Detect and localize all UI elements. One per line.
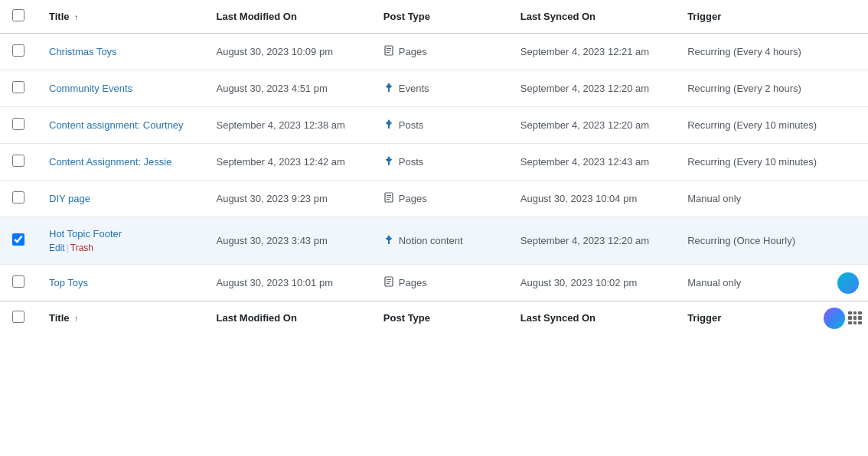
row-modified-cell: September 4, 2023 12:42 am (204, 144, 370, 181)
row-title-cell: Top Toys (37, 265, 204, 301)
title-link-diy-page[interactable]: DIY page (49, 193, 90, 204)
row-modified-cell: August 30, 2023 10:01 pm (204, 265, 370, 301)
sort-icon: ↑ (74, 13, 78, 21)
row-action-edit-hot-topic-footer[interactable]: Edit (49, 243, 65, 253)
footer-trigger: Trigger (675, 301, 868, 335)
row-modified-cell: August 30, 2023 3:43 pm (204, 217, 370, 265)
footer-sort-icon: ↑ (74, 314, 78, 323)
table-row: Top ToysAugust 30, 2023 10:01 pmPagesAug… (0, 265, 868, 301)
header-modified: Last Modified On (204, 0, 370, 34)
post-type-label: Notion content (399, 235, 463, 246)
row-posttype-cell: Pages (371, 265, 508, 301)
post-type-label: Pages (399, 46, 427, 57)
row-checkbox-content-assignment-jessie[interactable] (12, 155, 24, 167)
title-link-content-assignment-jessie[interactable]: Content Assignment: Jessie (49, 156, 171, 168)
footer-title[interactable]: Title ↑ (37, 301, 204, 335)
row-trigger-cell: Recurring (Every 4 hours) (675, 34, 868, 70)
row-title-cell: Christmas Toys (37, 34, 204, 70)
row-title-cell: DIY page (37, 181, 204, 217)
row-posttype-cell: Posts (371, 107, 508, 144)
table-header-row: Title ↑ Last Modified On Post Type Last … (0, 0, 868, 34)
pages-icon (383, 192, 394, 205)
row-synced-cell: September 4, 2023 12:21 am (508, 34, 675, 70)
row-title-cell: Hot Topic FooterEdit|Trash (37, 217, 204, 265)
pages-icon (383, 45, 394, 58)
pin-icon (383, 82, 394, 95)
row-trigger-cell: Manual only (675, 181, 868, 217)
row-actions: Edit|Trash (49, 243, 191, 253)
row-checkbox-cell (0, 70, 37, 107)
title-link-hot-topic-footer[interactable]: Hot Topic Footer (49, 228, 122, 239)
row-checkbox-cell (0, 107, 37, 144)
row-synced-cell: August 30, 2023 10:04 pm (508, 181, 675, 217)
table-row: DIY pageAugust 30, 2023 9:23 pmPagesAugu… (0, 181, 868, 217)
notion-circle-icon[interactable] (824, 308, 845, 329)
row-modified-cell: September 4, 2023 12:38 am (204, 107, 370, 144)
title-link-top-toys[interactable]: Top Toys (49, 277, 88, 288)
row-checkbox-cell (0, 181, 37, 217)
header-posttype: Post Type (371, 0, 508, 34)
row-checkbox-cell (0, 144, 37, 181)
row-checkbox-cell (0, 34, 37, 70)
post-type-label: Posts (399, 119, 424, 131)
row-checkbox-christmas-toys[interactable] (12, 44, 24, 57)
post-type-label: Posts (399, 156, 424, 168)
row-checkbox-community-events[interactable] (12, 81, 24, 93)
row-synced-cell: September 4, 2023 12:43 am (508, 144, 675, 181)
row-synced-cell: September 4, 2023 12:20 am (508, 70, 675, 107)
row-action-trash-hot-topic-footer[interactable]: Trash (70, 243, 93, 253)
footer-select-all-checkbox[interactable] (12, 311, 24, 323)
post-type-label: Events (399, 83, 429, 94)
header-trigger: Trigger (675, 0, 868, 34)
table-row: Hot Topic FooterEdit|TrashAugust 30, 202… (0, 217, 868, 265)
header-synced: Last Synced On (508, 0, 675, 34)
footer-synced: Last Synced On (508, 301, 675, 335)
row-posttype-cell: Pages (371, 34, 508, 70)
footer-posttype: Post Type (371, 301, 508, 335)
row-modified-cell: August 30, 2023 10:09 pm (204, 34, 370, 70)
apps-grid-icon[interactable] (848, 311, 862, 325)
footer-checkbox-cell (0, 301, 37, 335)
row-title-cell: Content Assignment: Jessie (37, 144, 204, 181)
row-synced-cell: September 4, 2023 12:20 am (508, 107, 675, 144)
sync-table: Title ↑ Last Modified On Post Type Last … (0, 0, 868, 334)
pages-icon (383, 276, 394, 289)
footer-modified: Last Modified On (204, 301, 370, 335)
header-checkbox-cell (0, 0, 37, 34)
row-checkbox-content-assignment-courtney[interactable] (12, 118, 24, 130)
row-posttype-cell: Notion content (371, 217, 508, 265)
row-checkbox-top-toys[interactable] (12, 275, 24, 288)
title-link-christmas-toys[interactable]: Christmas Toys (49, 46, 117, 57)
action-separator: | (67, 243, 69, 253)
row-modified-cell: August 30, 2023 9:23 pm (204, 181, 370, 217)
select-all-checkbox[interactable] (12, 9, 24, 21)
row-trigger-cell: Recurring (Every 10 minutes) (675, 107, 868, 144)
row-trigger-cell: Manual only (675, 265, 868, 301)
row-posttype-cell: Posts (371, 144, 508, 181)
row-title-cell: Community Events (37, 70, 204, 107)
row-checkbox-hot-topic-footer[interactable] (12, 233, 24, 246)
pin-icon (383, 155, 394, 168)
row-synced-cell: September 4, 2023 12:20 am (508, 217, 675, 265)
title-link-content-assignment-courtney[interactable]: Content assignment: Courtney (49, 119, 184, 131)
table-row: Community EventsAugust 30, 2023 4:51 pmE… (0, 70, 868, 107)
row-title-cell: Content assignment: Courtney (37, 107, 204, 144)
row-checkbox-diy-page[interactable] (12, 191, 24, 204)
pin-icon (383, 234, 394, 247)
post-type-label: Pages (399, 193, 427, 204)
row-trigger-cell: Recurring (Every 2 hours) (675, 70, 868, 107)
table-row: Content Assignment: JessieSeptember 4, 2… (0, 144, 868, 181)
pin-icon (383, 119, 394, 132)
row-modified-cell: August 30, 2023 4:51 pm (204, 70, 370, 107)
row-posttype-cell: Events (371, 70, 508, 107)
table-row: Content assignment: CourtneySeptember 4,… (0, 107, 868, 144)
row-checkbox-cell (0, 265, 37, 301)
table-row: Christmas ToysAugust 30, 2023 10:09 pmPa… (0, 34, 868, 70)
sync-table-wrapper: Title ↑ Last Modified On Post Type Last … (0, 0, 868, 456)
row-posttype-cell: Pages (371, 181, 508, 217)
table-footer-row: Title ↑ Last Modified On Post Type Last … (0, 301, 868, 335)
row-action-circle[interactable] (837, 272, 859, 294)
header-title[interactable]: Title ↑ (37, 0, 204, 34)
table-body: Christmas ToysAugust 30, 2023 10:09 pmPa… (0, 34, 868, 301)
title-link-community-events[interactable]: Community Events (49, 83, 132, 94)
